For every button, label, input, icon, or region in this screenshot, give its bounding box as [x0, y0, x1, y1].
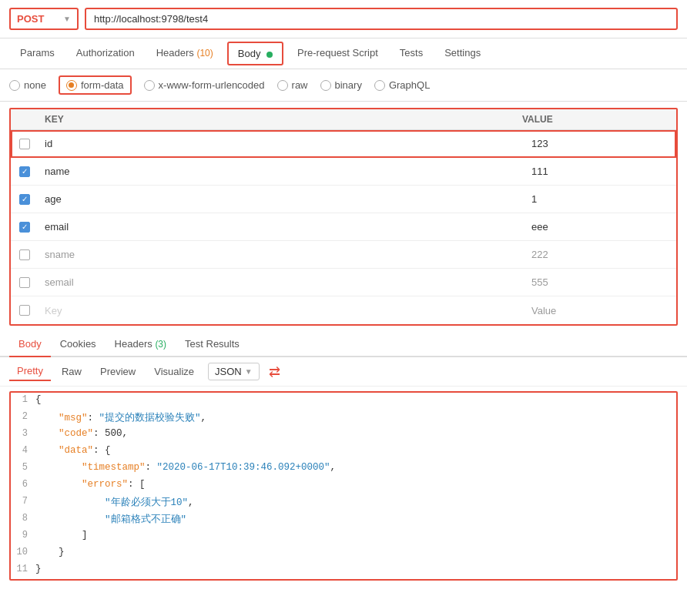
code-line-3: 3 "code": 500, — [11, 427, 676, 444]
row-value-id[interactable]: 123 — [522, 133, 676, 154]
row-check-sname[interactable] — [11, 249, 39, 260]
checkbox-id[interactable] — [19, 139, 30, 149]
radio-raw-circle — [277, 80, 288, 91]
radio-none-circle — [9, 80, 20, 91]
code-line-6: 6 "errors": [ — [11, 477, 676, 494]
tab-params[interactable]: Params — [9, 39, 65, 68]
row-check-new[interactable] — [11, 305, 39, 316]
row-value-email[interactable]: eee — [522, 216, 676, 237]
code-line-5: 5 "timestamp": "2020-06-17T10:39:46.092+… — [11, 460, 676, 477]
row-key-new[interactable]: Key — [39, 300, 522, 321]
form-row-email: email eee — [11, 213, 676, 241]
radio-form-data-circle — [66, 80, 77, 91]
url-bar: POST ▼ — [0, 0, 687, 38]
main-tabs: Params Authorization Headers (10) Body P… — [0, 38, 687, 69]
row-key-age[interactable]: age — [39, 189, 522, 209]
tab-tests[interactable]: Tests — [389, 39, 434, 68]
row-key-email[interactable]: email — [39, 216, 522, 237]
radio-graphql-circle — [374, 80, 385, 91]
code-line-8: 8 "邮箱格式不正确" — [11, 511, 676, 528]
body-type-row: none form-data x-www-form-urlencoded raw… — [0, 69, 687, 102]
form-row-id: id 123 — [11, 130, 676, 158]
tab-settings[interactable]: Settings — [434, 39, 491, 68]
form-row-age: age 1 — [11, 186, 676, 213]
row-check-email[interactable] — [11, 222, 39, 233]
form-row-new: Key Value — [11, 296, 676, 324]
form-table: KEY VALUE id 123 name 111 age 1 email ee… — [9, 108, 678, 326]
json-format-label: JSON — [215, 366, 242, 377]
pretty-tab-raw[interactable]: Raw — [54, 363, 89, 380]
radio-binary-label: binary — [335, 79, 362, 91]
radio-none-label: none — [24, 79, 46, 91]
pretty-tab-preview[interactable]: Preview — [92, 363, 143, 380]
row-value-sname[interactable]: 222 — [522, 244, 676, 265]
checkbox-semail[interactable] — [19, 277, 30, 288]
resp-tab-cookies[interactable]: Cookies — [51, 332, 106, 357]
response-tabs: Body Cookies Headers (3) Test Results — [0, 332, 687, 357]
radio-graphql[interactable]: GraphQL — [374, 79, 430, 91]
pretty-tabs-row: Pretty Raw Preview Visualize JSON ▼ ⇄ — [0, 357, 687, 387]
tab-prerequest[interactable]: Pre-request Script — [287, 39, 389, 68]
row-key-semail[interactable]: semail — [39, 272, 522, 293]
form-row-name: name 111 — [11, 158, 676, 186]
radio-none[interactable]: none — [9, 79, 46, 91]
json-format-select[interactable]: JSON ▼ — [208, 363, 260, 380]
resp-tab-test-results[interactable]: Test Results — [176, 332, 249, 357]
row-value-new[interactable]: Value — [522, 300, 676, 321]
code-line-11: 11 } — [11, 562, 676, 579]
col-key-header: KEY — [39, 114, 522, 125]
row-check-semail[interactable] — [11, 277, 39, 288]
row-value-age[interactable]: 1 — [522, 189, 676, 209]
radio-form-data-label: form-data — [81, 79, 124, 91]
code-line-7: 7 "年龄必须大于10", — [11, 494, 676, 511]
response-code-block: 1 { 2 "msg": "提交的数据校验失败", 3 "code": 500,… — [9, 391, 678, 581]
body-active-dot — [266, 52, 273, 58]
radio-graphql-label: GraphQL — [389, 79, 430, 91]
radio-urlencoded[interactable]: x-www-form-urlencoded — [144, 79, 265, 91]
radio-binary-circle — [320, 80, 331, 91]
radio-binary[interactable]: binary — [320, 79, 362, 91]
method-select[interactable]: POST ▼ — [9, 8, 79, 30]
pretty-tab-visualize[interactable]: Visualize — [146, 363, 202, 380]
code-line-9: 9 ] — [11, 528, 676, 545]
col-check-header — [11, 114, 39, 125]
method-label: POST — [17, 13, 44, 25]
pretty-tab-pretty[interactable]: Pretty — [9, 362, 51, 381]
tab-headers[interactable]: Headers (10) — [146, 39, 224, 68]
row-key-id[interactable]: id — [39, 133, 522, 154]
radio-raw[interactable]: raw — [277, 79, 308, 91]
checkbox-new[interactable] — [19, 305, 30, 316]
checkbox-name[interactable] — [19, 166, 30, 177]
code-line-1: 1 { — [11, 393, 676, 410]
resp-tab-headers[interactable]: Headers (3) — [106, 332, 176, 357]
json-format-arrow-icon: ▼ — [245, 367, 253, 376]
code-line-2: 2 "msg": "提交的数据校验失败", — [11, 410, 676, 427]
row-key-name[interactable]: name — [39, 161, 522, 182]
checkbox-sname[interactable] — [19, 249, 30, 260]
wrap-icon[interactable]: ⇄ — [269, 363, 280, 380]
code-line-4: 4 "data": { — [11, 444, 676, 460]
radio-urlencoded-circle — [144, 80, 155, 91]
method-arrow-icon: ▼ — [63, 15, 71, 23]
form-table-header: KEY VALUE — [11, 109, 676, 130]
code-line-10: 10 } — [11, 545, 676, 562]
form-row-semail: semail 555 — [11, 269, 676, 296]
checkbox-age[interactable] — [19, 194, 30, 205]
tab-body[interactable]: Body — [227, 42, 283, 65]
radio-raw-label: raw — [292, 79, 308, 91]
row-check-age[interactable] — [11, 194, 39, 205]
col-value-header: VALUE — [522, 114, 676, 125]
row-check-name[interactable] — [11, 166, 39, 177]
url-input[interactable] — [85, 8, 678, 30]
tab-authorization[interactable]: Authorization — [65, 39, 146, 68]
resp-tab-body[interactable]: Body — [9, 332, 51, 357]
row-check-id[interactable] — [11, 139, 39, 149]
row-key-sname[interactable]: sname — [39, 244, 522, 265]
radio-urlencoded-label: x-www-form-urlencoded — [159, 79, 265, 91]
form-row-sname: sname 222 — [11, 241, 676, 269]
checkbox-email[interactable] — [19, 222, 30, 233]
row-value-semail[interactable]: 555 — [522, 272, 676, 293]
radio-form-data[interactable]: form-data — [59, 75, 132, 95]
row-value-name[interactable]: 111 — [522, 161, 676, 182]
